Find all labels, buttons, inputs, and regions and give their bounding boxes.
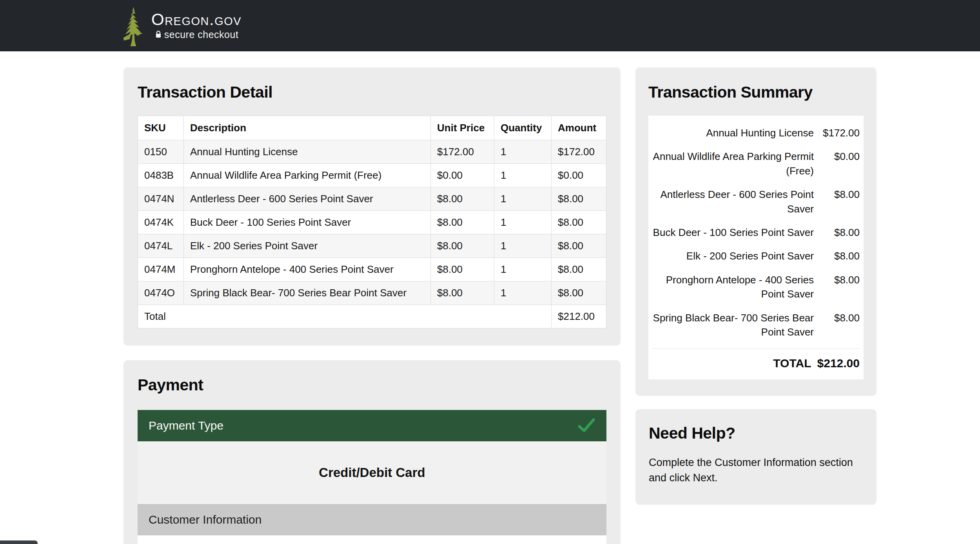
summary-total-amount: $212.00	[817, 357, 860, 370]
cell-amount: $8.00	[552, 211, 606, 234]
cell-amount: $8.00	[552, 281, 606, 305]
summary-item-label: Pronghorn Antelope - 400 Series Point Sa…	[652, 273, 822, 301]
summary-item: Spring Black Bear- 700 Series Bear Point…	[652, 306, 860, 344]
right-column: Transaction Summary Annual Hunting Licen…	[635, 67, 877, 505]
summary-item-amount: $8.00	[822, 249, 860, 263]
cell-description: Buck Deer - 100 Series Point Saver	[184, 211, 431, 234]
cell-sku: 0150	[138, 140, 184, 164]
table-row: 0474M Pronghorn Antelope - 400 Series Po…	[138, 258, 606, 281]
transaction-summary-title: Transaction Summary	[648, 83, 864, 102]
cell-unit-price: $8.00	[431, 234, 494, 258]
tagline-label: secure checkout	[164, 29, 239, 40]
summary-item-amount: $0.00	[822, 149, 860, 163]
table-row: 0474K Buck Deer - 100 Series Point Saver…	[138, 211, 606, 234]
column-header-amount: Amount	[552, 116, 606, 140]
need-help-body: Complete the Customer Information sectio…	[649, 455, 863, 486]
cell-description: Elk - 200 Series Point Saver	[184, 234, 431, 258]
secure-checkout-tagline: secure checkout	[154, 29, 239, 40]
total-label: Total	[138, 305, 552, 328]
payment-type-label: Payment Type	[149, 419, 223, 432]
cell-description: Annual Hunting License	[184, 140, 431, 164]
transaction-summary-card: Transaction Summary Annual Hunting Licen…	[635, 67, 877, 396]
summary-item-amount: $8.00	[822, 273, 860, 287]
transaction-detail-title: Transaction Detail	[138, 83, 606, 102]
cell-sku: 0474N	[138, 187, 184, 211]
summary-item-amount: $8.00	[822, 225, 860, 239]
column-header-quantity: Quantity	[494, 116, 552, 140]
cell-sku: 0483B	[138, 164, 184, 187]
table-row: 0474N Antlerless Deer - 600 Series Point…	[138, 187, 606, 211]
summary-item-label: Antlerless Deer - 600 Series Point Saver	[652, 187, 822, 216]
cell-quantity: 1	[494, 258, 552, 281]
cell-amount: $8.00	[552, 234, 606, 258]
column-header-sku: SKU	[138, 116, 184, 140]
table-header-row: SKU Description Unit Price Quantity Amou…	[138, 116, 606, 140]
table-row: 0474L Elk - 200 Series Point Saver $8.00…	[138, 234, 606, 258]
pine-tree-icon	[120, 7, 146, 46]
logo-text: Oregon.gov secure checkout	[151, 11, 241, 40]
oregon-gov-logo: Oregon.gov secure checkout	[120, 5, 241, 46]
summary-item-amount: $172.00	[822, 126, 860, 140]
cell-unit-price: $8.00	[431, 187, 494, 211]
payment-card: Payment Payment Type Credit/Debit Card C…	[123, 360, 621, 544]
summary-item: Antlerless Deer - 600 Series Point Saver…	[652, 183, 860, 221]
summary-item-amount: $8.00	[822, 311, 860, 325]
cell-amount: $8.00	[552, 187, 606, 211]
summary-item-label: Spring Black Bear- 700 Series Bear Point…	[652, 311, 822, 339]
lock-icon	[154, 30, 162, 38]
table-total-row: Total $212.00	[138, 305, 606, 328]
summary-item-amount: $8.00	[822, 187, 860, 201]
selected-payment-method: Credit/Debit Card	[138, 441, 606, 504]
cell-quantity: 1	[494, 164, 552, 187]
cell-description: Pronghorn Antelope - 400 Series Point Sa…	[184, 258, 431, 281]
cell-unit-price: $8.00	[431, 281, 494, 305]
checkout-main: Transaction Detail SKU Description Unit …	[0, 51, 980, 544]
cell-amount: $172.00	[552, 140, 606, 164]
cell-unit-price: $172.00	[431, 140, 494, 164]
summary-item-label: Elk - 200 Series Point Saver	[652, 249, 822, 263]
table-row: 0483B Annual Wildlife Area Parking Permi…	[138, 164, 606, 187]
summary-total-row: TOTAL $212.00	[652, 348, 860, 373]
summary-item-label: Buck Deer - 100 Series Point Saver	[652, 225, 822, 239]
payment-steps: Payment Type Credit/Debit Card Customer …	[138, 410, 606, 544]
column-header-unit-price: Unit Price	[431, 116, 494, 140]
cell-quantity: 1	[494, 234, 552, 258]
left-column: Transaction Detail SKU Description Unit …	[123, 67, 621, 544]
cell-sku: 0474M	[138, 258, 184, 281]
customer-information-form-area	[138, 535, 606, 544]
check-icon	[577, 418, 595, 433]
cell-quantity: 1	[494, 187, 552, 211]
customer-information-header[interactable]: Customer Information	[138, 504, 606, 535]
total-amount: $212.00	[552, 305, 606, 328]
cell-unit-price: $8.00	[431, 258, 494, 281]
transaction-detail-table: SKU Description Unit Price Quantity Amou…	[138, 116, 606, 328]
transaction-detail-card: Transaction Detail SKU Description Unit …	[123, 67, 621, 346]
summary-item-label: Annual Wildlife Area Parking Permit (Fre…	[652, 149, 822, 178]
payment-type-header[interactable]: Payment Type	[138, 410, 606, 441]
summary-item: Pronghorn Antelope - 400 Series Point Sa…	[652, 268, 860, 306]
cell-sku: 0474K	[138, 211, 184, 234]
payment-method-label: Credit/Debit Card	[319, 465, 425, 480]
cell-sku: 0474O	[138, 281, 184, 305]
customer-information-label: Customer Information	[149, 513, 261, 526]
cell-amount: $8.00	[552, 258, 606, 281]
cell-description: Spring Black Bear- 700 Series Bear Point…	[184, 281, 431, 305]
cell-quantity: 1	[494, 281, 552, 305]
column-header-description: Description	[184, 116, 431, 140]
summary-item: Annual Wildlife Area Parking Permit (Fre…	[652, 145, 860, 183]
browser-status-bubble	[0, 540, 38, 544]
table-row: 0150 Annual Hunting License $172.00 1 $1…	[138, 140, 606, 164]
cell-description: Antlerless Deer - 600 Series Point Saver	[184, 187, 431, 211]
brand-name: Oregon.gov	[151, 11, 241, 28]
payment-title: Payment	[138, 376, 606, 394]
cell-unit-price: $8.00	[431, 211, 494, 234]
cell-quantity: 1	[494, 140, 552, 164]
cell-amount: $0.00	[552, 164, 606, 187]
summary-total-label: TOTAL	[773, 357, 811, 370]
cell-quantity: 1	[494, 211, 552, 234]
summary-item-label: Annual Hunting License	[652, 126, 822, 140]
summary-item: Annual Hunting License $172.00	[652, 121, 860, 145]
cell-unit-price: $0.00	[431, 164, 494, 187]
site-header: Oregon.gov secure checkout	[0, 0, 980, 51]
summary-item: Elk - 200 Series Point Saver $8.00	[652, 244, 860, 268]
